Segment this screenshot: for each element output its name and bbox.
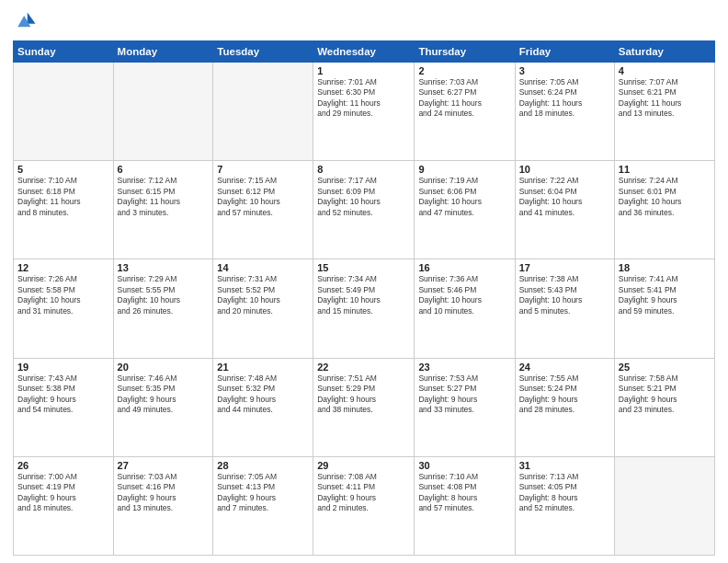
day-cell bbox=[14, 63, 114, 161]
day-info: Sunrise: 7:51 AM Sunset: 5:29 PM Dayligh… bbox=[317, 373, 410, 416]
day-info: Sunrise: 7:58 AM Sunset: 5:21 PM Dayligh… bbox=[619, 373, 711, 416]
day-number: 2 bbox=[418, 65, 510, 76]
day-cell: 27Sunrise: 7:03 AM Sunset: 4:16 PM Dayli… bbox=[113, 456, 213, 555]
day-cell: 7Sunrise: 7:15 AM Sunset: 6:12 PM Daylig… bbox=[213, 161, 313, 259]
day-number: 29 bbox=[317, 460, 410, 471]
day-number: 12 bbox=[17, 262, 109, 273]
day-info: Sunrise: 7:48 AM Sunset: 5:32 PM Dayligh… bbox=[217, 373, 309, 416]
day-number: 3 bbox=[519, 65, 610, 76]
day-info: Sunrise: 7:01 AM Sunset: 6:30 PM Dayligh… bbox=[317, 77, 410, 120]
day-info: Sunrise: 7:07 AM Sunset: 6:21 PM Dayligh… bbox=[619, 77, 711, 120]
day-info: Sunrise: 7:26 AM Sunset: 5:58 PM Dayligh… bbox=[17, 274, 109, 316]
day-number: 11 bbox=[619, 164, 711, 175]
day-cell: 12Sunrise: 7:26 AM Sunset: 5:58 PM Dayli… bbox=[14, 259, 114, 358]
day-info: Sunrise: 7:22 AM Sunset: 6:04 PM Dayligh… bbox=[519, 176, 610, 218]
day-info: Sunrise: 7:17 AM Sunset: 6:09 PM Dayligh… bbox=[317, 176, 410, 218]
day-info: Sunrise: 7:43 AM Sunset: 5:38 PM Dayligh… bbox=[17, 373, 109, 416]
day-cell: 18Sunrise: 7:41 AM Sunset: 5:41 PM Dayli… bbox=[614, 259, 714, 358]
day-info: Sunrise: 7:08 AM Sunset: 4:11 PM Dayligh… bbox=[317, 472, 410, 514]
day-cell: 24Sunrise: 7:55 AM Sunset: 5:24 PM Dayli… bbox=[515, 358, 614, 456]
day-number: 4 bbox=[619, 65, 711, 76]
day-cell: 6Sunrise: 7:12 AM Sunset: 6:15 PM Daylig… bbox=[113, 161, 213, 259]
day-cell: 14Sunrise: 7:31 AM Sunset: 5:52 PM Dayli… bbox=[213, 259, 313, 358]
day-number: 6 bbox=[118, 164, 210, 175]
day-info: Sunrise: 7:38 AM Sunset: 5:43 PM Dayligh… bbox=[519, 274, 610, 316]
day-number: 27 bbox=[118, 460, 210, 471]
day-info: Sunrise: 7:55 AM Sunset: 5:24 PM Dayligh… bbox=[519, 373, 610, 416]
day-number: 28 bbox=[217, 460, 309, 471]
day-number: 26 bbox=[17, 460, 109, 471]
col-header-monday: Monday bbox=[113, 41, 213, 63]
day-cell: 30Sunrise: 7:10 AM Sunset: 4:08 PM Dayli… bbox=[415, 456, 515, 555]
day-cell: 28Sunrise: 7:05 AM Sunset: 4:13 PM Dayli… bbox=[213, 456, 313, 555]
day-info: Sunrise: 7:29 AM Sunset: 5:55 PM Dayligh… bbox=[118, 274, 210, 316]
day-number: 8 bbox=[317, 164, 410, 175]
day-cell: 31Sunrise: 7:13 AM Sunset: 4:05 PM Dayli… bbox=[515, 456, 614, 555]
week-row-1: 1Sunrise: 7:01 AM Sunset: 6:30 PM Daylig… bbox=[14, 63, 715, 161]
day-cell: 21Sunrise: 7:48 AM Sunset: 5:32 PM Dayli… bbox=[213, 358, 313, 456]
day-number: 5 bbox=[17, 164, 109, 175]
col-header-friday: Friday bbox=[515, 41, 614, 63]
week-row-4: 19Sunrise: 7:43 AM Sunset: 5:38 PM Dayli… bbox=[14, 358, 715, 456]
day-info: Sunrise: 7:05 AM Sunset: 4:13 PM Dayligh… bbox=[217, 472, 309, 514]
day-info: Sunrise: 7:15 AM Sunset: 6:12 PM Dayligh… bbox=[217, 176, 309, 218]
day-info: Sunrise: 7:03 AM Sunset: 4:16 PM Dayligh… bbox=[118, 472, 210, 514]
col-header-thursday: Thursday bbox=[415, 41, 515, 63]
day-cell: 2Sunrise: 7:03 AM Sunset: 6:27 PM Daylig… bbox=[415, 63, 515, 161]
day-number: 1 bbox=[317, 65, 410, 76]
day-number: 15 bbox=[317, 262, 410, 273]
day-cell bbox=[614, 456, 714, 555]
header bbox=[13, 9, 715, 35]
day-number: 23 bbox=[418, 362, 510, 373]
day-info: Sunrise: 7:05 AM Sunset: 6:24 PM Dayligh… bbox=[519, 77, 610, 120]
day-number: 16 bbox=[418, 262, 510, 273]
day-cell: 1Sunrise: 7:01 AM Sunset: 6:30 PM Daylig… bbox=[313, 63, 415, 161]
day-number: 10 bbox=[519, 164, 610, 175]
day-cell: 25Sunrise: 7:58 AM Sunset: 5:21 PM Dayli… bbox=[614, 358, 714, 456]
day-cell bbox=[113, 63, 213, 161]
day-number: 19 bbox=[17, 362, 109, 373]
col-header-sunday: Sunday bbox=[14, 41, 114, 63]
day-cell: 8Sunrise: 7:17 AM Sunset: 6:09 PM Daylig… bbox=[313, 161, 415, 259]
day-cell: 5Sunrise: 7:10 AM Sunset: 6:18 PM Daylig… bbox=[14, 161, 114, 259]
day-number: 17 bbox=[519, 262, 610, 273]
day-info: Sunrise: 7:12 AM Sunset: 6:15 PM Dayligh… bbox=[118, 176, 210, 218]
day-cell: 3Sunrise: 7:05 AM Sunset: 6:24 PM Daylig… bbox=[515, 63, 614, 161]
day-info: Sunrise: 7:00 AM Sunset: 4:19 PM Dayligh… bbox=[17, 472, 109, 514]
day-number: 7 bbox=[217, 164, 309, 175]
day-number: 21 bbox=[217, 362, 309, 373]
week-row-3: 12Sunrise: 7:26 AM Sunset: 5:58 PM Dayli… bbox=[14, 259, 715, 358]
logo bbox=[13, 9, 42, 35]
day-cell: 17Sunrise: 7:38 AM Sunset: 5:43 PM Dayli… bbox=[515, 259, 614, 358]
day-info: Sunrise: 7:19 AM Sunset: 6:06 PM Dayligh… bbox=[418, 176, 510, 218]
day-info: Sunrise: 7:10 AM Sunset: 6:18 PM Dayligh… bbox=[17, 176, 109, 218]
day-number: 25 bbox=[619, 362, 711, 373]
week-row-5: 26Sunrise: 7:00 AM Sunset: 4:19 PM Dayli… bbox=[14, 456, 715, 555]
day-number: 20 bbox=[118, 362, 210, 373]
day-info: Sunrise: 7:10 AM Sunset: 4:08 PM Dayligh… bbox=[418, 472, 510, 514]
day-cell: 15Sunrise: 7:34 AM Sunset: 5:49 PM Dayli… bbox=[313, 259, 415, 358]
week-row-2: 5Sunrise: 7:10 AM Sunset: 6:18 PM Daylig… bbox=[14, 161, 715, 259]
day-number: 31 bbox=[519, 460, 610, 471]
day-cell: 22Sunrise: 7:51 AM Sunset: 5:29 PM Dayli… bbox=[313, 358, 415, 456]
day-info: Sunrise: 7:03 AM Sunset: 6:27 PM Dayligh… bbox=[418, 77, 510, 120]
day-cell: 11Sunrise: 7:24 AM Sunset: 6:01 PM Dayli… bbox=[614, 161, 714, 259]
page-container: SundayMondayTuesdayWednesdayThursdayFrid… bbox=[0, 0, 728, 563]
day-cell: 29Sunrise: 7:08 AM Sunset: 4:11 PM Dayli… bbox=[313, 456, 415, 555]
day-cell: 23Sunrise: 7:53 AM Sunset: 5:27 PM Dayli… bbox=[415, 358, 515, 456]
header-row: SundayMondayTuesdayWednesdayThursdayFrid… bbox=[14, 41, 715, 63]
day-number: 22 bbox=[317, 362, 410, 373]
day-number: 30 bbox=[418, 460, 510, 471]
day-cell: 4Sunrise: 7:07 AM Sunset: 6:21 PM Daylig… bbox=[614, 63, 714, 161]
col-header-wednesday: Wednesday bbox=[313, 41, 415, 63]
day-info: Sunrise: 7:53 AM Sunset: 5:27 PM Dayligh… bbox=[418, 373, 510, 416]
col-header-saturday: Saturday bbox=[614, 41, 714, 63]
day-cell: 16Sunrise: 7:36 AM Sunset: 5:46 PM Dayli… bbox=[415, 259, 515, 358]
day-number: 24 bbox=[519, 362, 610, 373]
day-number: 9 bbox=[418, 164, 510, 175]
day-number: 13 bbox=[118, 262, 210, 273]
day-cell: 19Sunrise: 7:43 AM Sunset: 5:38 PM Dayli… bbox=[14, 358, 114, 456]
day-cell: 9Sunrise: 7:19 AM Sunset: 6:06 PM Daylig… bbox=[415, 161, 515, 259]
day-number: 14 bbox=[217, 262, 309, 273]
day-cell: 13Sunrise: 7:29 AM Sunset: 5:55 PM Dayli… bbox=[113, 259, 213, 358]
